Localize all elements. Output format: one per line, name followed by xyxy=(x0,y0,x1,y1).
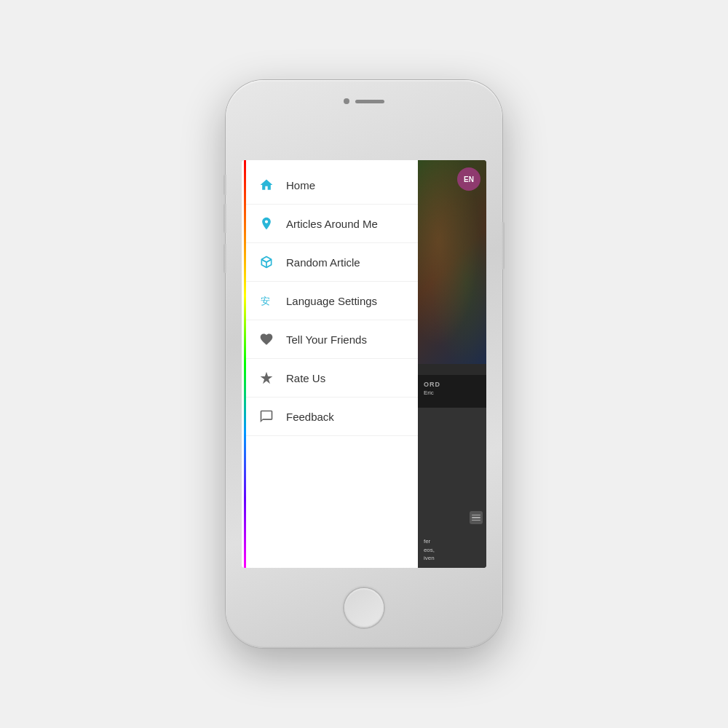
speaker-icon xyxy=(355,100,384,103)
language-badge[interactable]: EN xyxy=(457,167,480,191)
bg-bottom-text: fer eos, iven xyxy=(424,537,480,562)
bg-bottom-text-3: iven xyxy=(424,554,480,562)
menu-item-articles-around-me[interactable]: Articles Around Me xyxy=(244,205,418,243)
menu-item-random-article[interactable]: Random Article xyxy=(244,243,418,282)
menu-item-rate-us-label: Rate Us xyxy=(286,372,325,384)
bg-card-subtitle: Eric xyxy=(424,389,480,396)
bg-card-label: ORD xyxy=(424,381,480,388)
location-icon xyxy=(258,215,274,232)
menu-item-tell-friends[interactable]: Tell Your Friends xyxy=(244,320,418,359)
heart-icon xyxy=(258,331,274,347)
bg-bottom-card: fer eos, iven xyxy=(418,408,486,568)
menu-item-tell-friends-label: Tell Your Friends xyxy=(286,333,367,346)
mute-switch-button[interactable] xyxy=(223,175,226,195)
background-content-panel: EN ORD Eric fer eos, iven xyxy=(418,160,486,568)
menu-list: Home Articles Around Me xyxy=(244,160,418,436)
home-icon xyxy=(258,177,274,193)
svg-text:安: 安 xyxy=(261,296,270,306)
bg-bottom-text-1: fer xyxy=(424,537,480,545)
menu-item-language-settings-label: Language Settings xyxy=(286,295,377,307)
menu-item-home[interactable]: Home xyxy=(244,166,418,205)
front-camera-icon xyxy=(344,98,349,104)
language-icon: 安 xyxy=(258,293,274,309)
home-button[interactable] xyxy=(344,588,384,628)
phone-top xyxy=(320,93,408,109)
phone-device: Home Articles Around Me xyxy=(226,80,502,648)
menu-item-feedback[interactable]: Feedback xyxy=(244,397,418,436)
bg-list-icon xyxy=(470,511,483,524)
bg-hero-image xyxy=(418,160,486,364)
volume-down-button[interactable] xyxy=(223,244,226,273)
menu-item-home-label: Home xyxy=(286,179,315,191)
phone-screen: Home Articles Around Me xyxy=(242,160,486,568)
volume-up-button[interactable] xyxy=(223,204,226,233)
menu-item-articles-around-me-label: Articles Around Me xyxy=(286,218,378,230)
menu-item-rate-us[interactable]: Rate Us xyxy=(244,359,418,397)
menu-item-random-article-label: Random Article xyxy=(286,256,360,269)
menu-panel: Home Articles Around Me xyxy=(242,160,418,568)
menu-item-feedback-label: Feedback xyxy=(286,411,334,423)
star-icon xyxy=(258,370,274,386)
bg-bottom-text-2: eos, xyxy=(424,546,480,554)
chat-icon xyxy=(258,408,274,424)
menu-item-language-settings[interactable]: 安 Language Settings xyxy=(244,282,418,320)
power-button[interactable] xyxy=(502,222,505,269)
rainbow-border-decoration xyxy=(244,160,246,568)
language-badge-text: EN xyxy=(464,175,474,183)
cube-icon xyxy=(258,254,274,270)
